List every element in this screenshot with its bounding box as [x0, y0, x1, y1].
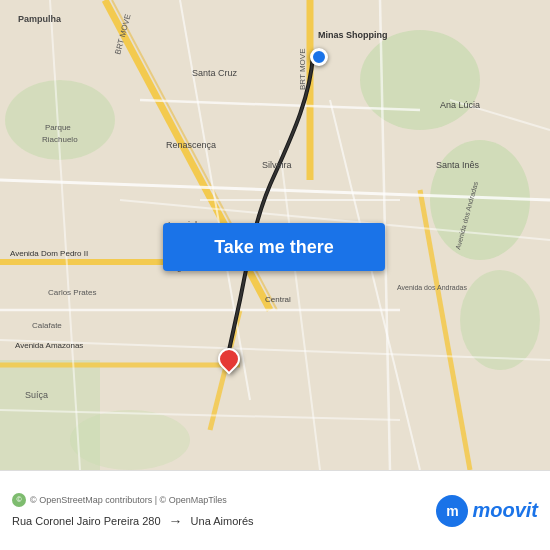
svg-text:Ana Lúcia: Ana Lúcia: [440, 100, 480, 110]
osm-logo-icon: ©: [12, 493, 26, 507]
svg-text:Avenida dos Andradas: Avenida dos Andradas: [397, 284, 467, 291]
map-area: Pampulha BRT MOVE BRT MOVE Minas Shoppin…: [0, 0, 550, 470]
moovit-icon: m: [436, 495, 468, 527]
svg-text:BRT MOVE: BRT MOVE: [298, 49, 307, 91]
svg-text:Pampulha: Pampulha: [18, 14, 62, 24]
svg-text:Santa Cruz: Santa Cruz: [192, 68, 238, 78]
svg-text:Silveira: Silveira: [262, 160, 292, 170]
svg-text:Suíça: Suíça: [25, 390, 48, 400]
svg-point-6: [70, 410, 190, 470]
svg-text:Central: Central: [265, 295, 291, 304]
svg-point-1: [360, 30, 480, 130]
bottom-info: © © OpenStreetMap contributors | © OpenM…: [12, 493, 254, 529]
svg-text:Minas Shopping: Minas Shopping: [318, 30, 388, 40]
svg-text:Calafate: Calafate: [32, 321, 62, 330]
route-from: Rua Coronel Jairo Pereira 280: [12, 515, 161, 527]
svg-point-3: [460, 270, 540, 370]
svg-text:Renascença: Renascença: [166, 140, 216, 150]
svg-text:Avenida Dom Pedro II: Avenida Dom Pedro II: [10, 249, 88, 258]
map-attribution: © © OpenStreetMap contributors | © OpenM…: [12, 493, 254, 507]
route-to: Una Aimorés: [191, 515, 254, 527]
attribution-text: © OpenStreetMap contributors | © OpenMap…: [30, 495, 227, 505]
app-container: Pampulha BRT MOVE BRT MOVE Minas Shoppin…: [0, 0, 550, 550]
origin-marker: [218, 348, 240, 370]
svg-text:Riachuelo: Riachuelo: [42, 135, 78, 144]
moovit-text: moovit: [472, 499, 538, 522]
svg-text:Carlos Prates: Carlos Prates: [48, 288, 96, 297]
take-me-there-button[interactable]: Take me there: [163, 223, 385, 271]
svg-text:Santa Inês: Santa Inês: [436, 160, 480, 170]
route-arrow-icon: →: [169, 513, 183, 529]
moovit-logo: m moovit: [436, 495, 538, 527]
destination-marker: [310, 48, 328, 66]
svg-text:Avenida Amazonas: Avenida Amazonas: [15, 341, 83, 350]
svg-text:Parque: Parque: [45, 123, 71, 132]
route-info: Rua Coronel Jairo Pereira 280 → Una Aimo…: [12, 513, 254, 529]
bottom-bar: © © OpenStreetMap contributors | © OpenM…: [0, 470, 550, 550]
